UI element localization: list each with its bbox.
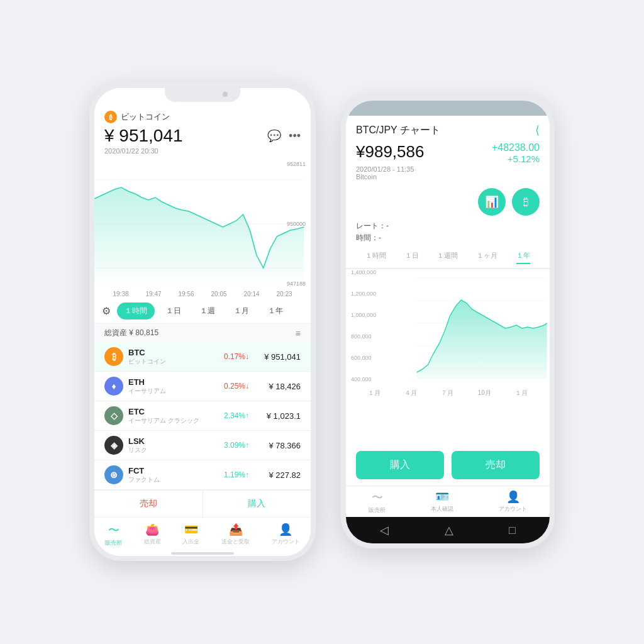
buy-sell-right: 購入 売却 xyxy=(346,445,550,486)
chat-icon[interactable]: 💬 xyxy=(267,129,281,143)
right-phone-content: BTC/JPY チャート ⟨ ¥989,586 +48238.00 +5.12%… xyxy=(346,101,550,543)
deposit-icon: 💳 xyxy=(184,523,198,536)
rate-row: レート：- xyxy=(356,221,540,231)
time-axis: 19:38 19:47 19:56 20:05 20:14 20:23 xyxy=(94,289,311,299)
lsk-info: LSK リスク xyxy=(128,436,224,455)
svg-marker-10 xyxy=(417,300,547,379)
share-icon[interactable]: ⟨ xyxy=(535,123,540,137)
fct-info: FCT ファクトム xyxy=(128,466,224,484)
period-tabs-right: １時間 １日 １週間 １ヶ月 １年 xyxy=(346,247,550,269)
rtab-1mo[interactable]: １ヶ月 xyxy=(477,251,497,264)
more-icon[interactable]: ••• xyxy=(289,130,301,143)
hansho-label: 販売所 xyxy=(105,539,122,547)
rnav-account-label: アカウント xyxy=(499,505,527,513)
chart-action-btn[interactable]: 📊 xyxy=(478,188,506,216)
list-item[interactable]: ₿ BTC ビットコイン 0.17%↓ ¥ 951,041 xyxy=(94,342,311,372)
right-x-labels: １月 ４月 ７月 10月 １月 xyxy=(346,387,550,399)
sell-button[interactable]: 売却 xyxy=(94,491,203,517)
eth-price: ¥ 18,426 xyxy=(257,382,301,391)
left-chart-area: 952811 950000 947188 xyxy=(94,161,311,287)
rnav-hansho[interactable]: 〜 販売所 xyxy=(369,490,386,514)
eth-coin-icon: ♦ xyxy=(104,377,123,396)
hansho-icon: 〜 xyxy=(108,523,119,538)
tab-1d[interactable]: １日 xyxy=(158,303,189,319)
action-icons-row: 📊 ₿ xyxy=(346,186,550,218)
right-header: BTC/JPY チャート ⟨ xyxy=(346,116,550,142)
tab-1w[interactable]: １週 xyxy=(192,303,223,319)
fct-price: ¥ 227.82 xyxy=(257,470,301,480)
account-label: アカウント xyxy=(272,538,300,546)
main-price: ¥ 951,041 xyxy=(104,126,183,146)
big-price-row: ¥989,586 +48238.00 +5.12% xyxy=(356,142,540,164)
right-y-labels: 1,400,000 1,200,000 1,000,000 800,000 60… xyxy=(351,269,376,382)
lsk-change: 3.09%↑ xyxy=(224,441,249,450)
tab-1h[interactable]: １時間 xyxy=(117,303,155,319)
rtab-1h[interactable]: １時間 xyxy=(365,251,386,264)
buy-button[interactable]: 購入 xyxy=(203,491,311,517)
fct-coin-icon: ⊛ xyxy=(104,465,123,484)
rtab-1w[interactable]: １週間 xyxy=(437,251,458,264)
eth-change: 0.25%↓ xyxy=(224,382,249,391)
nav-item-account[interactable]: 👤 アカウント xyxy=(272,523,300,547)
price-row: ¥ 951,041 💬 ••• xyxy=(104,126,301,146)
btc-action-btn[interactable]: ₿ xyxy=(512,188,540,216)
rate-info: レート：- 時間：- xyxy=(346,218,550,247)
btc-ticker: BTC xyxy=(128,348,224,357)
fct-fullname: ファクトム xyxy=(128,475,224,484)
rnav-account[interactable]: 👤 アカウント xyxy=(499,490,527,514)
etc-price: ¥ 1,023.1 xyxy=(257,411,301,421)
nav-item-assets[interactable]: 👛 総資産 xyxy=(144,523,161,547)
assets-icon: 👛 xyxy=(145,523,159,536)
deposit-label: 入出金 xyxy=(182,538,199,546)
coin-title-row: ₿ ビットコイン xyxy=(104,111,301,123)
right-buy-button[interactable]: 購入 xyxy=(356,451,444,479)
price-section: ¥989,586 +48238.00 +5.12% 2020/01/28 - 1… xyxy=(346,142,550,186)
list-item[interactable]: ◇ ETC イーサリアム クラシック 2.34%↑ ¥ 1,023.1 xyxy=(94,401,311,431)
nav-item-transfer[interactable]: 📤 送金と受取 xyxy=(221,523,250,547)
price-datetime: 2020/01/28 - 11:35 xyxy=(356,165,540,173)
right-sell-button[interactable]: 売却 xyxy=(452,451,540,479)
list-icon[interactable]: ≡ xyxy=(296,328,301,338)
home-bar xyxy=(171,552,234,555)
svg-marker-3 xyxy=(94,187,304,287)
coin-list: ₿ BTC ビットコイン 0.17%↓ ¥ 951,041 ♦ ETH イーサリ… xyxy=(94,342,311,490)
list-item[interactable]: ◈ LSK リスク 3.09%↑ ¥ 78.366 xyxy=(94,431,311,460)
change-abs: +48238.00 xyxy=(492,142,540,153)
tab-1y[interactable]: １年 xyxy=(260,303,291,319)
big-price: ¥989,586 xyxy=(356,142,424,162)
filter-icon[interactable]: ⚙ xyxy=(102,305,111,317)
nav-item-hansho[interactable]: 〜 販売所 xyxy=(105,523,122,547)
tab-1m[interactable]: １月 xyxy=(226,303,257,319)
chart-labels-right: 952811 950000 947188 xyxy=(287,161,306,287)
etc-info: ETC イーサリアム クラシック xyxy=(128,407,224,425)
time-row: 時間：- xyxy=(356,233,540,243)
period-tabs-left: ⚙ １時間 １日 １週 １月 １年 xyxy=(94,299,311,323)
chart-label-top: 952811 xyxy=(287,161,306,167)
left-phone: ₿ ビットコイン ¥ 951,041 💬 ••• 2020/01/22 20:3… xyxy=(89,83,316,561)
assets-header: 総資産 ¥ 80,815 ≡ xyxy=(94,323,311,342)
android-home[interactable]: △ xyxy=(445,523,453,537)
rtab-1d[interactable]: １日 xyxy=(405,251,419,264)
fct-change: 1.19%↑ xyxy=(224,470,249,479)
android-back[interactable]: ◁ xyxy=(380,523,389,537)
camera xyxy=(223,92,228,97)
list-item[interactable]: ♦ ETH イーサリアム 0.25%↓ ¥ 18,426 xyxy=(94,372,311,401)
rnav-hansho-label: 販売所 xyxy=(369,506,386,514)
left-chart-svg xyxy=(94,161,311,287)
rnav-identity[interactable]: 🪪 本人確認 xyxy=(431,490,453,514)
nav-item-deposit[interactable]: 💳 入出金 xyxy=(182,523,199,547)
lsk-price: ¥ 78.366 xyxy=(257,441,301,450)
btc-icon: ₿ xyxy=(104,111,117,123)
etc-coin-icon: ◇ xyxy=(104,406,123,425)
rtab-1y[interactable]: １年 xyxy=(516,251,530,264)
btc-info: BTC ビットコイン xyxy=(128,348,224,366)
android-recents[interactable]: □ xyxy=(509,524,516,537)
rnav-identity-icon: 🪪 xyxy=(435,490,449,504)
list-item[interactable]: ⊛ FCT ファクトム 1.19%↑ ¥ 227.82 xyxy=(94,460,311,490)
rnav-hansho-icon: 〜 xyxy=(372,490,383,505)
transfer-icon: 📤 xyxy=(229,523,243,536)
account-icon: 👤 xyxy=(279,523,292,536)
btc-coin-icon: ₿ xyxy=(104,347,123,366)
btc-change: 0.17%↓ xyxy=(224,352,249,361)
eth-fullname: イーサリアム xyxy=(128,387,224,396)
